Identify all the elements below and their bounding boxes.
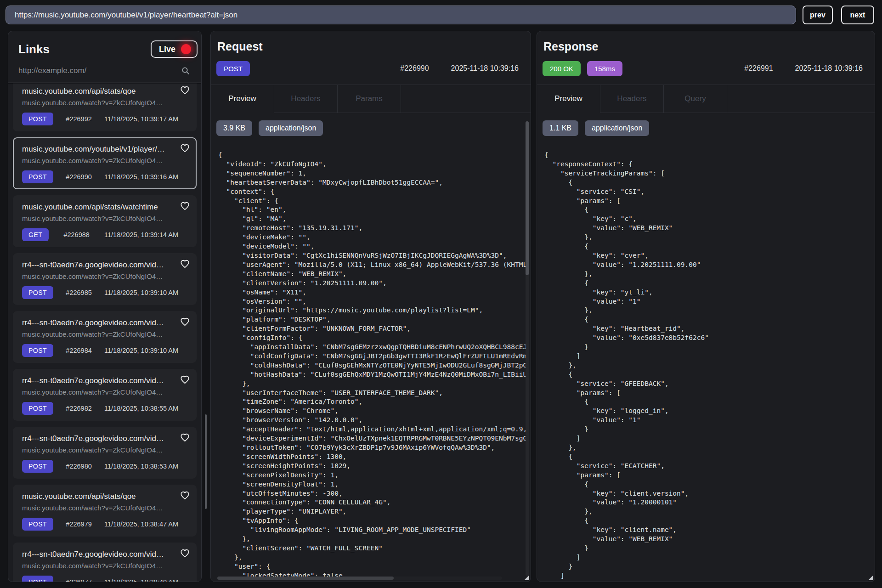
favorite-heart-icon[interactable] [180,317,190,328]
link-list-item[interactable]: music.youtube.com/youtubei/v1/player/… m… [13,137,197,189]
method-badge: GET [22,228,49,241]
response-meta-chips: 1.1 KB application/json [543,120,875,136]
link-item-meta: POST #226985 11/18/2025, 10:39:10 AM [22,286,188,299]
response-tab-preview[interactable]: Preview [537,85,600,113]
link-item-timestamp: 11/18/2025, 10:38:47 AM [104,520,178,528]
request-vertical-scrollbar[interactable] [526,121,529,576]
link-item-id: #226992 [66,115,91,123]
request-resize-handle[interactable] [524,575,529,580]
request-json-body: { "videoId": "ZkCUfoNgIO4", "sequenceNum… [218,151,527,582]
next-button[interactable]: next [841,6,874,24]
link-item-subtitle: music.youtube.com/watch?v=ZkCUfoNgIO4… [22,272,174,280]
link-item-id: #226990 [66,173,91,181]
link-list-item[interactable]: rr4---sn-t0aedn7e.googlevideo.com/vid… m… [13,253,197,305]
links-search-input[interactable] [18,66,181,75]
link-item-timestamp: 11/18/2025, 10:38:40 AM [104,578,178,582]
links-panel: Links Live music.youtube.com/api/stats/q… [8,31,202,582]
live-toggle-button[interactable]: Live [151,40,198,58]
link-item-id: #226984 [66,347,91,354]
request-timestamp: 2025-11-18 10:39:16 [451,64,519,73]
request-horizontal-scrollbar-thumb[interactable] [217,577,394,580]
link-item-timestamp: 11/18/2025, 10:38:53 AM [104,463,178,470]
link-list-item[interactable]: rr4---sn-t0aedn7e.googlevideo.com/vid… m… [13,427,197,479]
response-content-type-badge: application/json [585,120,649,136]
method-badge: POST [22,518,53,531]
link-item-title: rr4---sn-t0aedn7e.googlevideo.com/vid… [22,550,174,559]
prev-button[interactable]: prev [803,6,833,24]
request-panel: Request POST #226990 2025-11-18 10:39:16… [210,31,531,582]
live-label: Live [159,45,175,54]
request-header-row: POST #226990 2025-11-18 10:39:16 [211,60,531,77]
search-icon [181,66,190,75]
method-badge: POST [22,402,53,415]
request-content-type-badge: application/json [259,120,323,136]
link-item-subtitle: music.youtube.com/watch?v=ZkCUfoNgIO4… [22,446,174,454]
link-item-id: #226988 [63,231,89,238]
favorite-heart-icon[interactable] [180,260,190,270]
favorite-heart-icon[interactable] [180,86,190,96]
response-header-row: 200 OK 158ms #226991 2025-11-18 10:39:16 [537,60,875,77]
response-title: Response [537,31,875,53]
link-item-subtitle: music.youtube.com/watch?v=ZkCUfoNgIO4… [22,99,174,107]
method-badge: POST [22,576,53,582]
link-item-title: rr4---sn-t0aedn7e.googlevideo.com/vid… [22,434,174,443]
response-resize-handle[interactable] [868,575,873,580]
links-header: Links Live [8,31,201,58]
url-input[interactable] [6,6,796,24]
favorite-heart-icon[interactable] [180,202,190,212]
response-json-body: { "responseContext": { "serviceTrackingP… [544,151,871,582]
request-method-badge: POST [216,61,250,76]
link-item-id: #226980 [66,463,91,470]
link-item-meta: POST #226977 11/18/2025, 10:38:40 AM [22,576,188,582]
link-item-meta: POST #226979 11/18/2025, 10:38:47 AM [22,518,188,531]
link-item-title: rr4---sn-t0aedn7e.googlevideo.com/vid… [22,376,174,385]
favorite-heart-icon[interactable] [180,375,190,386]
request-vertical-scrollbar-thumb[interactable] [526,121,529,275]
response-timestamp: 2025-11-18 10:39:16 [795,64,863,73]
link-item-timestamp: 11/18/2025, 10:39:10 AM [104,289,178,296]
request-tab-headers[interactable]: Headers [274,85,338,113]
link-item-meta: GET #226988 11/18/2025, 10:39:14 AM [22,228,188,241]
response-status-badge: 200 OK [543,61,581,76]
request-meta-chips: 3.9 KB application/json [216,120,531,136]
request-title: Request [211,31,531,53]
request-tabs: Preview Headers Params [211,85,531,113]
method-badge: POST [22,286,53,299]
link-item-subtitle: music.youtube.com/watch?v=ZkCUfoNgIO4… [22,504,174,512]
link-item-timestamp: 11/18/2025, 10:39:17 AM [104,115,178,123]
link-list-item[interactable]: rr4---sn-t0aedn7e.googlevideo.com/vid… m… [13,543,197,582]
favorite-heart-icon[interactable] [180,144,190,154]
topbar: prev next [0,0,882,30]
method-badge: POST [22,113,53,125]
link-item-title: music.youtube.com/youtubei/v1/player/… [22,145,174,154]
link-list-item[interactable]: music.youtube.com/api/stats/qoe music.yo… [13,485,197,537]
favorite-heart-icon[interactable] [180,491,190,502]
request-horizontal-scrollbar[interactable] [217,577,502,580]
links-scrollbar-thumb[interactable] [205,414,207,509]
links-search-row [8,58,201,83]
favorite-heart-icon[interactable] [180,433,190,444]
link-item-timestamp: 11/18/2025, 10:38:55 AM [104,405,178,412]
request-tab-params[interactable]: Params [338,85,401,113]
link-item-subtitle: music.youtube.com/watch?v=ZkCUfoNgIO4… [22,330,174,338]
link-list-item[interactable]: music.youtube.com/api/stats/qoe music.yo… [13,83,197,131]
response-tab-headers[interactable]: Headers [600,85,664,113]
response-tab-query[interactable]: Query [664,85,727,113]
request-size-badge: 3.9 KB [216,120,252,136]
method-badge: POST [22,344,53,357]
method-badge: POST [22,170,53,183]
link-list-item[interactable]: rr4---sn-t0aedn7e.googlevideo.com/vid… m… [13,311,197,363]
request-tab-preview[interactable]: Preview [211,85,274,113]
link-item-subtitle: music.youtube.com/watch?v=ZkCUfoNgIO4… [22,562,174,570]
link-item-title: rr4---sn-t0aedn7e.googlevideo.com/vid… [22,260,174,270]
method-badge: POST [22,460,53,473]
link-item-id: #226979 [66,520,91,528]
links-title: Links [18,42,50,57]
link-list-item[interactable]: music.youtube.com/api/stats/watchtime mu… [13,195,197,247]
favorite-heart-icon[interactable] [180,549,190,560]
live-indicator-dot [181,44,191,54]
link-item-timestamp: 11/18/2025, 10:39:14 AM [104,231,178,238]
link-item-id: #226977 [66,578,91,582]
link-list-item[interactable]: rr4---sn-t0aedn7e.googlevideo.com/vid… m… [13,369,197,421]
link-item-timestamp: 11/18/2025, 10:39:10 AM [104,347,178,354]
